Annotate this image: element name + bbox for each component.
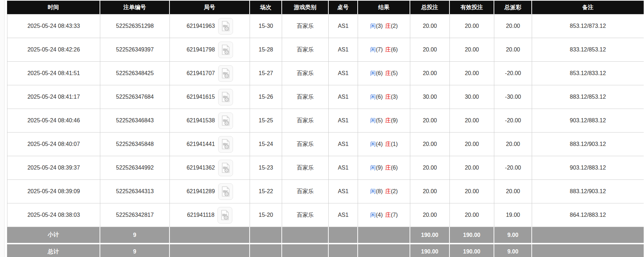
cell-bet-id: 522526349397 xyxy=(100,38,170,61)
result-player-score: (5) xyxy=(376,117,383,123)
cell-valid-bet: 20.00 xyxy=(450,109,494,132)
cell-round-id: 621941798 xyxy=(170,38,250,61)
cell-round-id: 621941289 xyxy=(170,179,250,203)
cell-result: 闲(3)庄(2) xyxy=(358,14,410,38)
cell-valid-bet: 20.00 xyxy=(450,132,494,156)
result-player-label: 闲 xyxy=(370,212,376,218)
cell-time: 2025-05-24 08:38:03 xyxy=(7,203,100,227)
cell-total-bet: 20.00 xyxy=(410,203,450,227)
grand-total-empty-cell xyxy=(358,243,410,257)
cell-payout: -20.00 xyxy=(494,109,532,132)
cell-game-type: 百家乐 xyxy=(282,14,329,38)
video-replay-button[interactable] xyxy=(218,65,233,82)
result-player-label: 闲 xyxy=(370,141,376,147)
cell-remark: 903.12/883.12 xyxy=(532,156,644,179)
result-banker-score: (5) xyxy=(391,70,398,76)
video-replay-button[interactable] xyxy=(218,42,233,58)
grand-total-empty-cell xyxy=(170,243,250,257)
cell-total-bet: 20.00 xyxy=(410,156,450,179)
round-id-text: 621941538 xyxy=(186,117,215,124)
cell-valid-bet: 20.00 xyxy=(450,179,494,203)
result-player-label: 闲 xyxy=(370,165,376,171)
video-replay-button[interactable] xyxy=(218,112,233,129)
subtotal-count: 9 xyxy=(100,227,170,243)
video-replay-icon xyxy=(221,138,231,150)
table-row: 2025-05-24 08:41:51 522526348425 6219417… xyxy=(7,61,644,85)
cell-payout: -20.00 xyxy=(494,156,532,179)
result-player-score: (3) xyxy=(376,23,383,29)
result-player-label: 闲 xyxy=(370,188,376,194)
subtotal-valid-bet: 190.00 xyxy=(450,227,494,243)
cell-bet-id: 522526344992 xyxy=(100,156,170,179)
video-replay-icon xyxy=(221,91,231,103)
table-row: 2025-05-24 08:39:37 522526344992 6219413… xyxy=(7,156,644,179)
video-replay-icon xyxy=(221,44,231,56)
grand-total-total-bet: 190.00 xyxy=(410,243,450,257)
cell-session: 15-26 xyxy=(250,85,282,109)
video-replay-button[interactable] xyxy=(218,136,233,153)
result-player-label: 闲 xyxy=(370,117,376,123)
result-banker-label: 庄 xyxy=(385,141,391,147)
cell-result: 闲(4)庄(1) xyxy=(358,132,410,156)
cell-result: 闲(7)庄(6) xyxy=(358,38,410,61)
col-header-remark: 备注 xyxy=(532,1,644,14)
cell-total-bet: 20.00 xyxy=(410,38,450,61)
result-banker-label: 庄 xyxy=(385,94,391,100)
cell-game-type: 百家乐 xyxy=(282,109,329,132)
col-header-bet-id: 注单编号 xyxy=(100,1,170,14)
grand-total-label: 总计 xyxy=(7,243,100,257)
table-header: 时间 注单编号 局号 场次 游戏类别 桌号 结果 总投注 有效投注 总派彩 备注 xyxy=(7,1,644,14)
video-replay-button[interactable] xyxy=(218,183,233,200)
video-replay-icon xyxy=(221,67,231,79)
video-replay-button[interactable] xyxy=(218,160,233,176)
result-banker-score: (6) xyxy=(391,165,398,171)
cell-time: 2025-05-24 08:40:46 xyxy=(7,109,100,132)
cell-time: 2025-05-24 08:42:26 xyxy=(7,38,100,61)
cell-session: 15-30 xyxy=(250,14,282,38)
result-player-label: 闲 xyxy=(370,70,376,76)
subtotal-empty-cell xyxy=(329,227,358,243)
cell-game-type: 百家乐 xyxy=(282,85,329,109)
betting-records-page: 时间 注单编号 局号 场次 游戏类别 桌号 结果 总投注 有效投注 总派彩 备注… xyxy=(0,0,644,257)
cell-time: 2025-05-24 08:39:09 xyxy=(7,179,100,203)
round-id-text: 621941362 xyxy=(186,165,215,171)
round-id-text: 621941615 xyxy=(186,94,215,100)
result-player-label: 闲 xyxy=(370,47,376,53)
cell-game-type: 百家乐 xyxy=(282,38,329,61)
cell-payout: 20.00 xyxy=(494,132,532,156)
grand-total-row: 总计 9 190.00 190.00 9.00 xyxy=(7,243,644,257)
video-replay-icon xyxy=(221,115,231,127)
cell-bet-id: 522526351298 xyxy=(100,14,170,38)
video-replay-button[interactable] xyxy=(218,18,233,35)
round-id-text: 621941441 xyxy=(186,141,215,147)
result-banker-score: (3) xyxy=(391,94,398,100)
cell-bet-id: 522526344313 xyxy=(100,179,170,203)
cell-game-type: 百家乐 xyxy=(282,203,329,227)
result-banker-score: (9) xyxy=(391,117,398,123)
video-replay-button[interactable] xyxy=(217,207,232,224)
grand-total-empty-cell xyxy=(532,243,644,257)
cell-bet-id: 522526347684 xyxy=(100,85,170,109)
cell-bet-id: 522526346843 xyxy=(100,109,170,132)
video-replay-button[interactable] xyxy=(218,89,233,105)
result-player-score: (6) xyxy=(376,70,383,76)
cell-result: 闲(9)庄(6) xyxy=(358,156,410,179)
round-id-text: 621941707 xyxy=(186,70,215,77)
cell-table-no: AS1 xyxy=(329,85,358,109)
col-header-valid-bet: 有效投注 xyxy=(450,1,494,14)
grand-total-count: 9 xyxy=(100,243,170,257)
cell-valid-bet: 30.00 xyxy=(450,85,494,109)
cell-round-id: 621941441 xyxy=(170,132,250,156)
round-id-text: 621941963 xyxy=(186,23,215,29)
cell-time: 2025-05-24 08:40:07 xyxy=(7,132,100,156)
cell-round-id: 621941707 xyxy=(170,61,250,85)
cell-time: 2025-05-24 08:41:17 xyxy=(7,85,100,109)
cell-result: 闲(8)庄(2) xyxy=(358,179,410,203)
result-banker-label: 庄 xyxy=(385,117,391,123)
cell-bet-id: 522526345848 xyxy=(100,132,170,156)
cell-total-bet: 20.00 xyxy=(410,179,450,203)
cell-table-no: AS1 xyxy=(329,61,358,85)
grand-total-empty-cell xyxy=(329,243,358,257)
cell-valid-bet: 20.00 xyxy=(450,14,494,38)
cell-game-type: 百家乐 xyxy=(282,61,329,85)
